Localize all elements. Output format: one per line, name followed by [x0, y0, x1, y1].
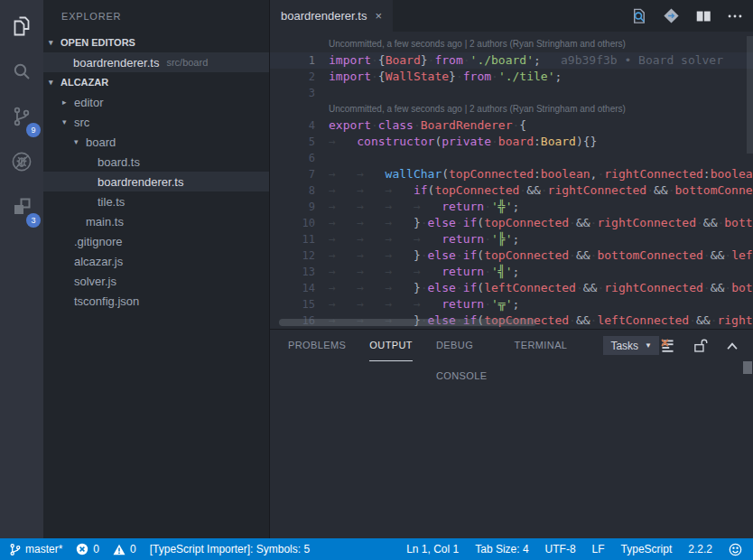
close-icon[interactable]: ×	[375, 9, 382, 23]
file-search-icon[interactable]	[629, 6, 648, 25]
code-line[interactable]: 10→→→}·else·if(topConnected·&&·rightConn…	[270, 215, 753, 231]
code-line[interactable]: 15→→→→return·'╦';	[270, 296, 753, 313]
section-folder-root[interactable]: ▾ALCAZAR	[43, 72, 269, 92]
twisty-expanded-icon[interactable]: ▾	[49, 78, 60, 87]
code-line[interactable]: 5→constructor(private·board:Board){}	[270, 134, 753, 150]
files-icon	[10, 14, 33, 42]
twisty-expanded-icon[interactable]: ▾	[74, 137, 86, 146]
line-number: 7	[270, 166, 329, 182]
split-editor-icon[interactable]	[694, 7, 712, 25]
clear-output-icon[interactable]	[659, 337, 676, 354]
tree-item-alcazar.js[interactable]: alcazar.js	[43, 251, 269, 271]
code-line[interactable]: 3	[270, 85, 753, 101]
code-line[interactable]: 1import·{Board}·from·'./board';a9b39f3b …	[270, 52, 753, 69]
codelens-annotation[interactable]: Uncommitted, a few seconds ago | 2 autho…	[270, 101, 753, 117]
tree-item-.gitignore[interactable]: .gitignore	[43, 231, 269, 251]
code-line[interactable]: 13→→→→return·'╣';	[270, 264, 753, 280]
status-bar-right: Ln 1, Col 1Tab Size: 4UTF-8LFTypeScript2…	[406, 543, 753, 556]
item-label: .gitignore	[74, 235, 122, 248]
output-panel-content[interactable]	[270, 361, 753, 538]
git-branch-icon	[9, 543, 21, 556]
tree-item-editor[interactable]: ▸editor	[43, 92, 269, 112]
smiley-icon	[729, 543, 742, 556]
activity-item-explorer[interactable]	[0, 5, 43, 51]
codelens-annotation[interactable]: Uncommitted, a few seconds ago | 2 autho…	[270, 36, 753, 52]
status-label: [TypeScript Importer]: Symbols: 5	[150, 543, 310, 555]
tree-item-tile.ts[interactable]: tile.ts	[43, 191, 269, 211]
code-line[interactable]: 14→→→}·else·if(leftConnected·&&·rightCon…	[270, 280, 753, 296]
item-detail: src/board	[166, 57, 208, 68]
twisty-collapsed-icon[interactable]: ▸	[62, 98, 74, 107]
open-editor-item[interactable]: boardrenderer.tssrc/board	[43, 52, 269, 72]
horizontal-scrollbar[interactable]	[279, 319, 536, 326]
status-cursor-position[interactable]: Ln 1, Col 1	[406, 543, 459, 555]
open-changes-icon[interactable]	[662, 6, 681, 25]
unlock-icon[interactable]	[692, 337, 709, 354]
twisty-expanded-icon[interactable]: ▾	[49, 38, 60, 47]
code-line[interactable]: 6	[270, 150, 753, 166]
status-label: Tab Size: 4	[475, 543, 528, 555]
line-number: 2	[270, 69, 329, 85]
status-language-mode[interactable]: TypeScript	[621, 543, 673, 555]
panel-tab-output[interactable]: OUTPUT	[369, 330, 413, 361]
activity-item-search[interactable]	[0, 51, 43, 96]
activity-item-extensions[interactable]: 3	[0, 186, 43, 231]
tree-item-src[interactable]: ▾src	[43, 112, 269, 132]
output-channel-dropdown[interactable]: Tasks ▼	[603, 336, 659, 355]
code-line[interactable]: 9→→→→return·'╬';	[270, 199, 753, 215]
sidebar-title: EXPLORER	[43, 0, 269, 33]
code-line[interactable]: 11→→→→return·'╠';	[270, 231, 753, 247]
code-text: →constructor(private·board:Board){}	[329, 134, 753, 150]
status-label: 0	[93, 543, 99, 555]
status-warnings[interactable]: 0	[113, 543, 136, 555]
code-text: export·class·BoardRenderer·{	[329, 117, 753, 134]
status-typescript-importer[interactable]: [TypeScript Importer]: Symbols: 5	[150, 543, 310, 555]
line-number: 15	[270, 296, 329, 313]
code-text: import·{WallState}·from·'./tile';	[329, 69, 753, 85]
status-tab-size[interactable]: Tab Size: 4	[475, 543, 528, 555]
tree-item-main.ts[interactable]: main.ts	[43, 211, 269, 231]
activity-item-debug[interactable]	[0, 141, 43, 186]
status-feedback[interactable]	[729, 543, 742, 556]
line-number: 6	[270, 150, 329, 166]
status-eol[interactable]: LF	[592, 543, 605, 555]
vertical-scrollbar[interactable]	[747, 36, 753, 154]
code-text: →→wallChar(topConnected:boolean,·rightCo…	[329, 166, 753, 182]
status-git-branch[interactable]: master*	[9, 543, 62, 556]
activity-item-source-control[interactable]: 9	[0, 96, 43, 141]
section-open-editors[interactable]: ▾OPEN EDITORS	[43, 33, 269, 52]
status-ts-version[interactable]: 2.2.2	[688, 543, 712, 555]
code-text	[329, 150, 753, 166]
blame-annotation: a9b39f3b • Board solver	[561, 52, 723, 69]
section-label: ALCAZAR	[60, 77, 108, 88]
status-label: 0	[130, 543, 136, 555]
tab-boardrenderer[interactable]: boardrenderer.ts ×	[270, 0, 393, 32]
panel-tab-terminal[interactable]: TERMINAL	[515, 330, 568, 361]
line-number: 9	[270, 199, 329, 215]
chevron-down-icon: ▼	[645, 341, 652, 350]
code-line[interactable]: 2import·{WallState}·from·'./tile';	[270, 69, 753, 85]
more-actions-icon[interactable]	[726, 7, 744, 25]
twisty-expanded-icon[interactable]: ▾	[62, 117, 74, 126]
panel-tab-debug-console[interactable]: DEBUG CONSOLE	[436, 330, 491, 361]
tab-label: boardrenderer.ts	[281, 9, 367, 23]
line-number: 5	[270, 134, 329, 150]
status-encoding[interactable]: UTF-8	[545, 543, 576, 555]
warning-icon	[113, 544, 126, 555]
code-line[interactable]: 8→→→if(topConnected·&&·rightConnected·&&…	[270, 182, 753, 199]
code-line[interactable]: 4export·class·BoardRenderer·{	[270, 117, 753, 134]
chevron-up-icon[interactable]	[724, 338, 740, 354]
sidebar-rows: ▾OPEN EDITORSboardrenderer.tssrc/board▾A…	[43, 33, 269, 311]
tree-item-tsconfig.json[interactable]: tsconfig.json	[43, 291, 269, 311]
tree-item-board.ts[interactable]: board.ts	[43, 152, 269, 172]
tree-item-solver.js[interactable]: solver.js	[43, 271, 269, 291]
code-line[interactable]: 7→→wallChar(topConnected:boolean,·rightC…	[270, 166, 753, 182]
status-errors[interactable]: 0	[76, 543, 99, 555]
code-editor[interactable]: Uncommitted, a few seconds ago | 2 autho…	[270, 32, 753, 329]
code-line[interactable]: 12→→→}·else·if(topConnected·&&·bottomCon…	[270, 247, 753, 264]
panel-tab-problems[interactable]: PROBLEMS	[288, 330, 346, 361]
code-text: →→→}·else·if(topConnected·&&·bottomConne…	[329, 247, 753, 264]
tree-item-boardrenderer.ts[interactable]: boardrenderer.ts	[43, 172, 269, 191]
tree-item-board[interactable]: ▾board	[43, 132, 269, 152]
panel-scrollbar[interactable]	[743, 361, 752, 374]
